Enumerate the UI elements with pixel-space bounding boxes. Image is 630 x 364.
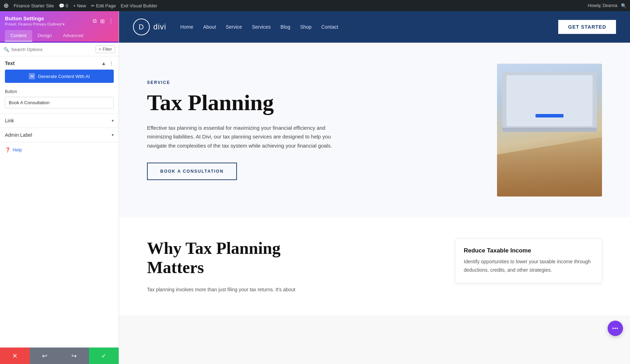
- bottom-bar: ✕ ↩ ↪ ✓: [0, 347, 119, 364]
- text-section-title: Text: [5, 60, 15, 66]
- help-icon: ❓: [5, 147, 10, 152]
- panel-header: Button Settings Preset: Finance Primary …: [0, 11, 119, 43]
- wp-logo-icon[interactable]: ⊕: [4, 2, 9, 9]
- admin-howdy: Howdy, Deanna: [588, 3, 618, 8]
- fab-button[interactable]: •••: [608, 321, 623, 336]
- nav-service[interactable]: Service: [226, 24, 242, 30]
- site-nav: Home About Service Services Blog Shop Co…: [180, 24, 558, 30]
- admin-label-title: Admin Label: [5, 132, 32, 138]
- admin-bar: ⊕ Finance Starter Site 💬 0 + New ✏ Edit …: [0, 0, 630, 11]
- save-button[interactable]: ✓: [89, 348, 119, 364]
- admin-edit-page[interactable]: ✏ Edit Page: [91, 3, 116, 8]
- button-text-input[interactable]: [5, 97, 114, 108]
- tab-design[interactable]: Design: [32, 30, 57, 42]
- book-consultation-button[interactable]: BOOK A CONSULTATION: [147, 163, 237, 180]
- admin-exit-builder[interactable]: Exit Visual Builder: [121, 3, 158, 8]
- text-section-header: Text ▲ ⋮: [0, 56, 119, 68]
- feature-card: Reduce Taxable Income Identify opportuni…: [455, 238, 602, 283]
- panel-tabs: Content Design Advanced: [5, 30, 114, 42]
- search-input[interactable]: [11, 47, 93, 52]
- panel-icons: ⧉ ⊞ ⋮: [93, 18, 114, 24]
- nav-about[interactable]: About: [203, 24, 216, 30]
- laptop-screen: [506, 75, 593, 126]
- ai-btn-label: Generate Content With AI: [38, 74, 90, 79]
- hero-left: SERVICE Tax Planning Effective tax plann…: [147, 80, 476, 180]
- nav-contact[interactable]: Contact: [321, 24, 338, 30]
- button-field-label: Button: [0, 88, 119, 95]
- section-icons: ▲ ⋮: [101, 60, 114, 66]
- why-description: Tax planning involves more than just fil…: [147, 285, 434, 294]
- undo-button[interactable]: ↩: [30, 348, 59, 364]
- collapse-icon[interactable]: ▲: [101, 60, 106, 66]
- ai-icon: AI: [29, 73, 35, 79]
- filter-label: Filter: [103, 47, 112, 52]
- fab-icon: •••: [612, 326, 618, 331]
- logo-circle: D: [133, 19, 150, 35]
- hero-right: [497, 64, 602, 197]
- admin-search-icon[interactable]: 🔍: [621, 3, 626, 8]
- discard-button[interactable]: ✕: [0, 348, 30, 364]
- ai-generate-button[interactable]: AI Generate Content With AI: [5, 70, 114, 83]
- filter-button[interactable]: + Filter: [96, 45, 115, 53]
- hero-title: Tax Planning: [147, 91, 476, 115]
- admin-bar-left: ⊕ Finance Starter Site 💬 0 + New ✏ Edit …: [4, 2, 583, 9]
- site-logo: D divi: [133, 19, 166, 35]
- hero-image: [497, 64, 602, 197]
- hero-section: SERVICE Tax Planning Effective tax plann…: [119, 43, 630, 217]
- why-left: Why Tax PlanningMatters Tax planning inv…: [147, 238, 434, 294]
- filter-plus-icon: +: [99, 47, 101, 52]
- panel-title: Button Settings: [5, 15, 65, 21]
- more-icon[interactable]: ⋮: [108, 18, 114, 24]
- panel-title-group: Button Settings Preset: Finance Primary …: [5, 15, 65, 27]
- main-layout: Button Settings Preset: Finance Primary …: [0, 11, 630, 364]
- get-started-button[interactable]: GET STARTED: [558, 20, 616, 34]
- admin-site-name[interactable]: Finance Starter Site: [14, 3, 54, 8]
- link-chevron-icon: ▾: [112, 118, 114, 123]
- hero-description: Effective tax planning is essential for …: [147, 123, 343, 150]
- panel-content: Text ▲ ⋮ AI Generate Content With AI But…: [0, 56, 119, 347]
- panel-preset[interactable]: Preset: Finance Primary Outlined ▾: [5, 22, 65, 27]
- link-section-title: Link: [5, 118, 14, 123]
- admin-label-chevron-icon: ▾: [112, 133, 114, 137]
- admin-bar-right: Howdy, Deanna 🔍: [588, 3, 627, 8]
- nav-services[interactable]: Services: [252, 24, 271, 30]
- tab-content[interactable]: Content: [5, 30, 32, 42]
- logo-name: divi: [153, 22, 166, 31]
- section-more-icon[interactable]: ⋮: [109, 60, 114, 66]
- ai-icon-label: AI: [30, 74, 34, 78]
- admin-new-label: + New: [73, 3, 86, 8]
- main-area: D divi Home About Service Services Blog …: [119, 11, 630, 364]
- nav-blog[interactable]: Blog: [280, 24, 290, 30]
- site-header: D divi Home About Service Services Blog …: [119, 11, 630, 43]
- admin-comments[interactable]: 💬 0: [59, 3, 68, 8]
- feature-card-title: Reduce Taxable Income: [464, 247, 593, 254]
- admin-new[interactable]: + New: [73, 3, 86, 8]
- search-icon: 🔍: [4, 47, 9, 52]
- nav-shop[interactable]: Shop: [300, 24, 312, 30]
- help-section[interactable]: ❓ Help: [0, 142, 119, 157]
- undo-icon: ↩: [42, 352, 47, 360]
- save-icon: ✓: [101, 352, 106, 360]
- why-section: Why Tax PlanningMatters Tax planning inv…: [119, 217, 630, 315]
- search-bar: 🔍 + Filter: [0, 43, 119, 56]
- hero-img-content: [497, 64, 602, 197]
- why-right: Reduce Taxable Income Identify opportuni…: [455, 238, 602, 283]
- redo-button[interactable]: ↪: [59, 348, 89, 364]
- nav-home[interactable]: Home: [180, 24, 193, 30]
- book-btn-label: BOOK A CONSULTATION: [160, 169, 224, 174]
- laptop-button-element: [536, 114, 564, 117]
- copy-icon[interactable]: ⧉: [93, 18, 97, 24]
- grid-icon[interactable]: ⊞: [100, 18, 105, 24]
- laptop-body: [502, 72, 597, 132]
- redo-icon: ↪: [71, 352, 77, 360]
- link-section[interactable]: Link ▾: [0, 113, 119, 128]
- laptop-base: [502, 128, 597, 132]
- help-label: Help: [13, 147, 22, 152]
- hero-service-label: SERVICE: [147, 80, 476, 85]
- admin-label-section[interactable]: Admin Label ▾: [0, 128, 119, 142]
- left-panel: Button Settings Preset: Finance Primary …: [0, 11, 119, 364]
- why-title: Why Tax PlanningMatters: [147, 238, 434, 277]
- get-started-label: GET STARTED: [568, 24, 606, 30]
- tab-advanced[interactable]: Advanced: [57, 30, 89, 42]
- discard-icon: ✕: [12, 352, 18, 360]
